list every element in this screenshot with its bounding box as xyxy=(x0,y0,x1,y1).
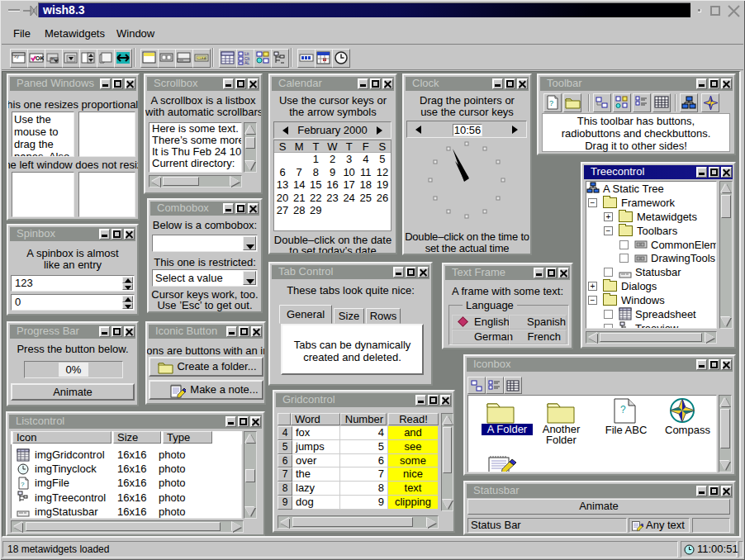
svg-text:OK: OK xyxy=(36,55,44,61)
svg-text:CLEA: CLEA xyxy=(197,56,206,60)
svg-text:?: ? xyxy=(21,481,25,488)
svg-text:AL: AL xyxy=(244,60,249,65)
svg-text:?: ? xyxy=(620,404,626,415)
svg-text:?: ? xyxy=(549,99,553,107)
svg-text:xy: xy xyxy=(14,54,19,59)
svg-text:in: in xyxy=(51,56,55,61)
